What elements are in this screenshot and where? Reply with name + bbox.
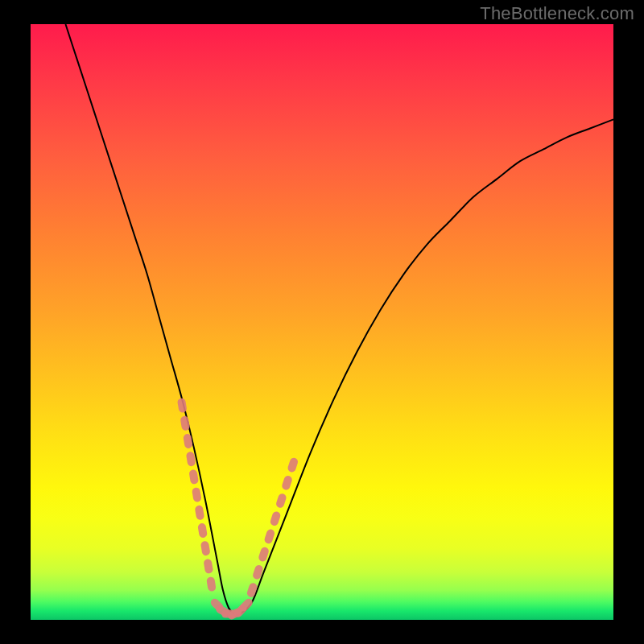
bottleneck-curve: [65, 24, 613, 615]
highlight-dots-right-seg: [263, 528, 275, 544]
highlight-dots-right-seg: [281, 475, 293, 491]
highlight-dots-right-seg: [275, 493, 287, 509]
chart-svg: [31, 24, 613, 620]
highlight-dots-right-seg: [287, 456, 299, 473]
highlight-dots-left-seg: [180, 415, 190, 431]
highlight-dots-left-seg: [203, 559, 213, 574]
highlight-dots-left-seg: [195, 505, 205, 520]
highlight-dots-left-seg: [177, 398, 188, 413]
highlight-dots-left-seg: [206, 576, 217, 592]
watermark: TheBottleneck.com: [480, 3, 634, 24]
highlight-dots-left-seg: [188, 469, 199, 485]
highlight-dots-right-seg: [270, 510, 282, 526]
plot-area: [31, 24, 613, 620]
highlight-dots-left-seg: [197, 522, 208, 538]
highlight-dots-left-seg: [200, 541, 211, 556]
chart-frame: TheBottleneck.com: [0, 0, 644, 644]
highlight-dots-left-seg: [192, 487, 202, 502]
